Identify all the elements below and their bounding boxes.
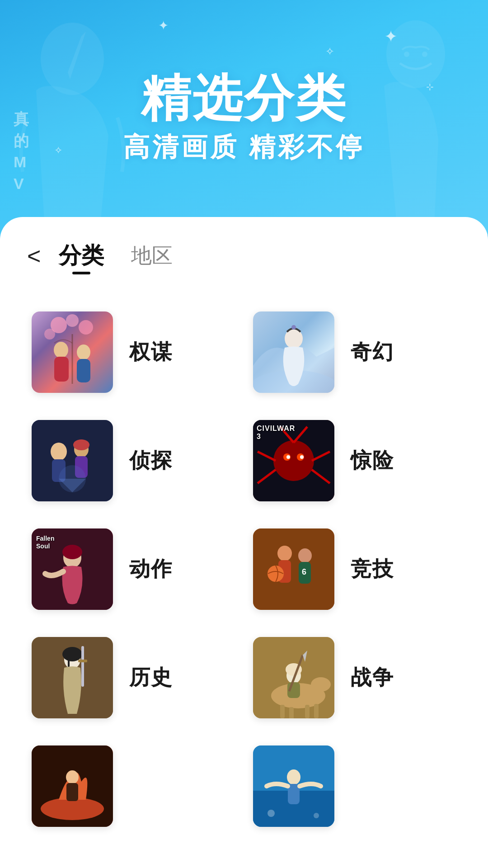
nav-bar: < 分类 地区 [0,217,488,284]
category-thumb-zhanzheng [253,637,334,718]
svg-point-10 [77,344,90,360]
svg-point-43 [267,566,284,582]
category-thumb-jingji: 6 [253,528,334,610]
svg-rect-49 [78,660,87,662]
svg-rect-37 [253,528,334,610]
category-label-jingji: 竞技 [351,555,394,583]
svg-point-20 [73,439,89,450]
jingji-art-icon: 6 [253,528,334,610]
svg-point-52 [311,677,331,692]
svg-rect-55 [305,705,310,718]
svg-rect-53 [280,705,285,718]
category-thumb-bottom2 [253,745,334,827]
category-thumb-jingxian: CIVILWAR3 [253,420,334,501]
svg-point-36 [62,545,82,559]
bottom1-art-icon [32,745,113,827]
header-section: ✦ ✧ ✦ ⊹ ✧ 真 的 M V 精选分类 高清画质 精彩不停 [0,0,488,235]
svg-point-16 [51,443,67,461]
category-item-qihuan[interactable]: 奇幻 [244,298,465,406]
svg-point-70 [267,810,275,817]
category-item-lishi[interactable]: 历史 [23,623,244,732]
category-item-dongzuo[interactable]: FallenSoul 动作 [23,515,244,623]
sparkle-icon: ⊹ [426,81,434,92]
svg-point-5 [66,314,79,327]
svg-rect-54 [289,707,294,718]
category-item-quanmou[interactable]: 权谋 [23,298,244,406]
sparkle-icon: ✦ [384,27,398,46]
svg-point-71 [314,813,319,818]
svg-point-2 [404,52,409,57]
category-item-jingji[interactable]: 6 竞技 [244,515,465,623]
category-grid: 权谋 奇幻 [0,284,488,854]
svg-point-6 [79,320,93,335]
category-thumb-qihuan [253,311,334,393]
category-label-zhanzheng: 战争 [351,664,394,692]
civilwar-text-overlay: CIVILWAR3 [257,425,295,440]
category-label-zhentan: 侦探 [129,447,173,475]
category-label-lishi: 历史 [129,664,173,692]
svg-text:6: 6 [302,567,306,576]
zhentan-art-icon [32,420,113,501]
svg-rect-9 [54,357,69,382]
sparkle-icon: ✧ [54,145,62,156]
svg-point-46 [62,647,82,661]
category-item-jingxian[interactable]: CIVILWAR3 惊险 [244,406,465,515]
bottom2-art-icon [253,745,334,827]
content-card: < 分类 地区 [0,217,488,868]
svg-point-14 [291,325,296,330]
tab-region[interactable]: 地区 [131,242,173,270]
page-title: 精选分类 [123,71,365,125]
quanmou-art-icon [32,311,113,393]
watermark-text: 真 的 M V [14,108,29,194]
category-thumb-zhentan [32,420,113,501]
bg-char-right-icon [343,0,488,235]
lishi-art-icon [32,637,113,718]
sparkle-icon: ✧ [325,45,334,58]
qihuan-art-icon [253,311,334,393]
svg-point-7 [44,329,55,340]
category-label-qihuan: 奇幻 [351,338,394,366]
category-item-zhentan[interactable]: 侦探 [23,406,244,515]
svg-point-38 [277,546,292,561]
fallen-soul-text: FallenSoul [36,535,54,550]
category-label-quanmou: 权谋 [129,338,173,366]
category-item-zhanzheng[interactable]: 战争 [244,623,465,732]
back-button[interactable]: < [27,244,41,268]
category-thumb-quanmou [32,311,113,393]
svg-point-33 [300,455,304,459]
svg-rect-56 [314,704,319,718]
category-item-bottom1[interactable] [23,732,244,840]
svg-point-23 [273,440,314,481]
category-thumb-lishi [32,637,113,718]
svg-point-64 [66,770,79,784]
category-label-dongzuo: 动作 [129,555,173,583]
category-label-jingxian: 惊险 [351,447,394,475]
svg-point-3 [422,52,427,57]
zhanzheng-art-icon [253,637,334,718]
svg-rect-48 [81,646,84,687]
tab-category[interactable]: 分类 [59,241,104,271]
svg-point-0 [41,23,104,95]
svg-point-68 [287,769,300,785]
svg-rect-65 [66,783,78,801]
sparkle-icon: ✦ [158,18,169,33]
svg-point-8 [54,342,68,358]
svg-rect-11 [77,359,90,382]
svg-point-40 [298,548,312,563]
category-item-bottom2[interactable] [244,732,465,840]
category-thumb-bottom1 [32,745,113,827]
svg-point-1 [386,20,445,88]
category-thumb-dongzuo: FallenSoul [32,528,113,610]
page-subtitle: 高清画质 精彩不停 [123,130,365,165]
svg-point-32 [286,455,290,459]
header-title-block: 精选分类 高清画质 精彩不停 [123,71,365,165]
